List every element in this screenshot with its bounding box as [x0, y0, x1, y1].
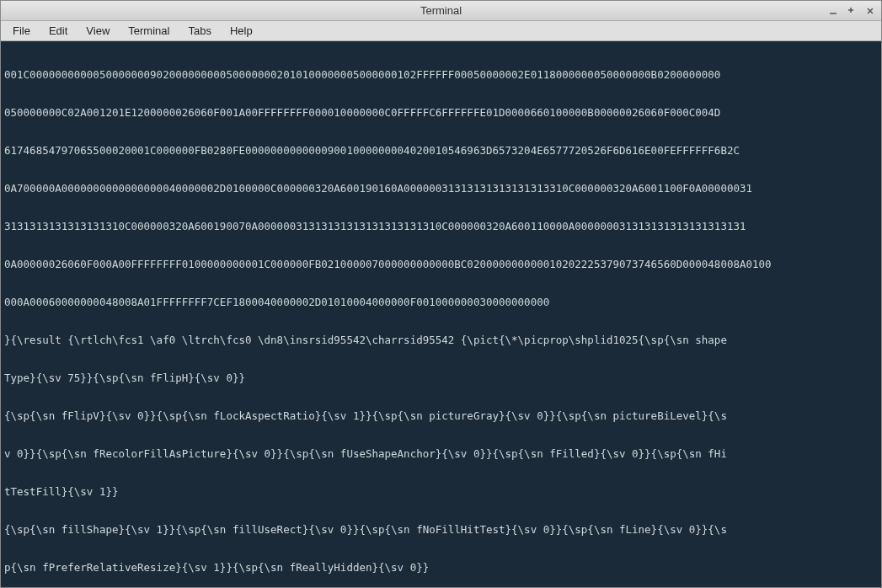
minimize-button[interactable]	[827, 5, 839, 17]
terminal-line: v 0}}{\sp{\sn fRecolorFillAsPicture}{\sv…	[4, 447, 878, 460]
menu-help[interactable]: Help	[222, 23, 261, 39]
minimize-icon	[829, 7, 837, 15]
terminal-line: Type}{\sv 75}}{\sp{\sn fFlipH}{\sv 0}}	[4, 372, 878, 384]
menu-tabs[interactable]: Tabs	[179, 23, 219, 39]
window-controls	[827, 5, 876, 17]
menubar: File Edit View Terminal Tabs Help	[1, 21, 881, 41]
terminal-line: 0A00000026060F000A00FFFFFFFF010000000000…	[4, 258, 878, 270]
terminal-window: Terminal File Edit View Terminal Tabs He…	[0, 0, 882, 588]
terminal-line: 000A00060000000048008A01FFFFFFFF7CEF1800…	[4, 296, 878, 308]
maximize-button[interactable]	[846, 5, 858, 17]
menu-file[interactable]: File	[4, 23, 39, 39]
menu-edit[interactable]: Edit	[40, 23, 76, 39]
terminal-line: tTestFill}{\sv 1}}	[4, 485, 878, 498]
menu-terminal[interactable]: Terminal	[120, 23, 178, 39]
terminal-line: {\sp{\sn fFlipV}{\sv 0}}{\sp{\sn fLockAs…	[4, 409, 878, 422]
close-icon	[866, 7, 874, 15]
terminal-line: 050000000C02A001201E1200000026060F001A00…	[4, 106, 878, 119]
maximize-icon	[847, 7, 856, 15]
menu-view[interactable]: View	[78, 23, 118, 39]
terminal-line: 3131313131313131310C000000320A600190070A…	[4, 220, 878, 233]
terminal-line: 0A700000A0000000000000000040000002D01000…	[4, 182, 878, 195]
terminal-output[interactable]: 001C000000000005000000090200000000050000…	[1, 41, 881, 587]
terminal-line: 61746854797065500020001C000000FB0280FE00…	[4, 144, 878, 157]
terminal-line: {\sp{\sn fillShape}{\sv 1}}{\sp{\sn fill…	[4, 523, 878, 536]
close-button[interactable]	[864, 5, 876, 17]
terminal-line: }{\result {\rtlch\fcs1 \af0 \ltrch\fcs0 …	[4, 334, 878, 346]
terminal-line: p{\sn fPreferRelativeResize}{\sv 1}}{\sp…	[4, 561, 878, 574]
titlebar: Terminal	[1, 1, 881, 21]
terminal-line: 001C000000000005000000090200000000050000…	[4, 68, 878, 81]
window-title: Terminal	[420, 4, 462, 17]
